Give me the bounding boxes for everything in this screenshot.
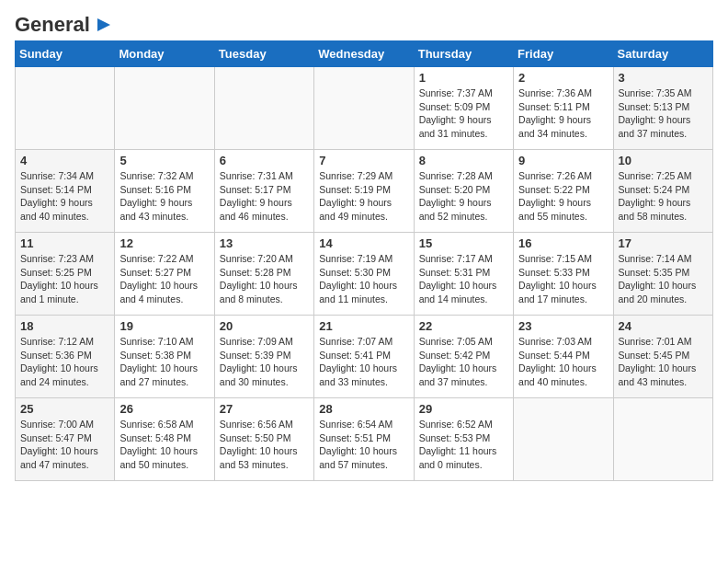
day-number: 23 [518,319,608,333]
calendar-cell: 12Sunrise: 7:22 AMSunset: 5:27 PMDayligh… [115,233,214,316]
calendar-cell: 28Sunrise: 6:54 AMSunset: 5:51 PMDayligh… [314,398,414,481]
day-info: Sunrise: 7:28 AMSunset: 5:20 PMDaylight:… [419,169,508,224]
calendar-cell: 3Sunrise: 7:35 AMSunset: 5:13 PMDaylight… [613,67,712,150]
day-info: Sunrise: 7:34 AMSunset: 5:14 PMDaylight:… [20,169,109,224]
calendar-cell: 5Sunrise: 7:32 AMSunset: 5:16 PMDaylight… [115,150,214,233]
day-number: 7 [319,154,408,167]
calendar-cell: 14Sunrise: 7:19 AMSunset: 5:30 PMDayligh… [314,233,414,316]
day-info: Sunrise: 7:17 AMSunset: 5:31 PMDaylight:… [419,252,508,306]
day-number: 4 [20,154,109,167]
calendar-cell: 2Sunrise: 7:36 AMSunset: 5:11 PMDaylight… [514,67,613,150]
calendar-cell [613,398,712,481]
day-number: 1 [419,71,508,85]
day-info: Sunrise: 7:36 AMSunset: 5:11 PMDaylight:… [518,86,608,141]
day-info: Sunrise: 7:20 AMSunset: 5:28 PMDaylight:… [220,252,309,306]
weekday-header-tuesday: Tuesday [214,41,313,67]
weekday-header-monday: Monday [115,41,214,67]
day-info: Sunrise: 7:14 AMSunset: 5:35 PMDaylight:… [619,252,708,306]
day-info: Sunrise: 7:10 AMSunset: 5:38 PMDaylight:… [119,335,209,389]
logo: General [15,15,112,31]
calendar-cell: 25Sunrise: 7:00 AMSunset: 5:47 PMDayligh… [16,398,115,481]
calendar-cell: 13Sunrise: 7:20 AMSunset: 5:28 PMDayligh… [214,233,313,316]
calendar-cell: 16Sunrise: 7:15 AMSunset: 5:33 PMDayligh… [514,233,613,316]
day-info: Sunrise: 6:56 AMSunset: 5:50 PMDaylight:… [220,418,309,472]
day-number: 2 [518,71,608,85]
day-info: Sunrise: 7:32 AMSunset: 5:16 PMDaylight:… [119,169,209,224]
calendar-cell: 7Sunrise: 7:29 AMSunset: 5:19 PMDaylight… [314,150,414,233]
day-info: Sunrise: 7:12 AMSunset: 5:36 PMDaylight:… [20,335,109,389]
day-number: 26 [119,402,209,416]
day-number: 25 [20,402,109,416]
day-number: 8 [419,154,508,167]
day-info: Sunrise: 7:25 AMSunset: 5:24 PMDaylight:… [619,169,708,224]
day-number: 24 [619,319,708,333]
weekday-header-saturday: Saturday [613,41,712,67]
calendar-cell [16,67,115,150]
day-number: 27 [220,402,309,416]
calendar-cell: 22Sunrise: 7:05 AMSunset: 5:42 PMDayligh… [414,316,513,398]
calendar-cell: 10Sunrise: 7:25 AMSunset: 5:24 PMDayligh… [613,150,712,233]
day-number: 17 [619,236,708,250]
day-info: Sunrise: 6:58 AMSunset: 5:48 PMDaylight:… [119,418,209,472]
calendar-cell: 21Sunrise: 7:07 AMSunset: 5:41 PMDayligh… [314,316,414,398]
calendar-cell: 15Sunrise: 7:17 AMSunset: 5:31 PMDayligh… [414,233,513,316]
day-info: Sunrise: 7:07 AMSunset: 5:41 PMDaylight:… [319,335,408,389]
day-info: Sunrise: 7:09 AMSunset: 5:39 PMDaylight:… [220,335,309,389]
day-number: 28 [319,402,408,416]
day-info: Sunrise: 7:05 AMSunset: 5:42 PMDaylight:… [419,335,508,389]
day-info: Sunrise: 7:26 AMSunset: 5:22 PMDaylight:… [518,169,608,224]
calendar-cell: 18Sunrise: 7:12 AMSunset: 5:36 PMDayligh… [16,316,115,398]
calendar-cell: 20Sunrise: 7:09 AMSunset: 5:39 PMDayligh… [214,316,313,398]
day-number: 16 [518,236,608,250]
day-info: Sunrise: 6:54 AMSunset: 5:51 PMDaylight:… [319,418,408,472]
day-number: 9 [518,154,608,167]
day-number: 3 [619,71,708,85]
day-number: 19 [119,319,209,333]
calendar-cell: 1Sunrise: 7:37 AMSunset: 5:09 PMDaylight… [414,67,513,150]
calendar-cell: 11Sunrise: 7:23 AMSunset: 5:25 PMDayligh… [16,233,115,316]
day-info: Sunrise: 7:22 AMSunset: 5:27 PMDaylight:… [119,252,209,306]
day-info: Sunrise: 7:00 AMSunset: 5:47 PMDaylight:… [20,418,109,472]
day-info: Sunrise: 7:03 AMSunset: 5:44 PMDaylight:… [518,335,608,389]
calendar-cell: 26Sunrise: 6:58 AMSunset: 5:48 PMDayligh… [115,398,214,481]
calendar-cell [514,398,613,481]
calendar-cell: 4Sunrise: 7:34 AMSunset: 5:14 PMDaylight… [16,150,115,233]
day-info: Sunrise: 7:29 AMSunset: 5:19 PMDaylight:… [319,169,408,224]
calendar-cell [314,67,414,150]
calendar-cell: 27Sunrise: 6:56 AMSunset: 5:50 PMDayligh… [214,398,313,481]
svg-marker-0 [97,18,110,31]
day-number: 21 [319,319,408,333]
day-number: 18 [20,319,109,333]
day-number: 13 [220,236,309,250]
day-info: Sunrise: 7:19 AMSunset: 5:30 PMDaylight:… [319,252,408,306]
day-info: Sunrise: 7:37 AMSunset: 5:09 PMDaylight:… [419,86,508,141]
weekday-header-friday: Friday [514,41,613,67]
logo-general: General [15,13,90,36]
day-number: 29 [419,402,508,416]
day-number: 5 [119,154,209,167]
day-number: 10 [619,154,708,167]
day-info: Sunrise: 7:23 AMSunset: 5:25 PMDaylight:… [20,252,109,306]
weekday-header-sunday: Sunday [16,41,115,67]
calendar-table: SundayMondayTuesdayWednesdayThursdayFrid… [15,40,713,481]
weekday-header-wednesday: Wednesday [314,41,414,67]
calendar-cell: 29Sunrise: 6:52 AMSunset: 5:53 PMDayligh… [414,398,513,481]
calendar-cell [115,67,214,150]
day-info: Sunrise: 7:01 AMSunset: 5:45 PMDaylight:… [619,335,708,389]
day-number: 15 [419,236,508,250]
header: General [15,15,713,31]
calendar-cell [214,67,313,150]
logo-icon [92,15,112,35]
calendar-cell: 9Sunrise: 7:26 AMSunset: 5:22 PMDaylight… [514,150,613,233]
calendar-cell: 6Sunrise: 7:31 AMSunset: 5:17 PMDaylight… [214,150,313,233]
calendar-cell: 24Sunrise: 7:01 AMSunset: 5:45 PMDayligh… [613,316,712,398]
day-info: Sunrise: 7:31 AMSunset: 5:17 PMDaylight:… [220,169,309,224]
day-number: 6 [220,154,309,167]
day-number: 22 [419,319,508,333]
day-number: 11 [20,236,109,250]
day-number: 12 [119,236,209,250]
day-info: Sunrise: 7:15 AMSunset: 5:33 PMDaylight:… [518,252,608,306]
day-info: Sunrise: 7:35 AMSunset: 5:13 PMDaylight:… [619,86,708,141]
day-info: Sunrise: 6:52 AMSunset: 5:53 PMDaylight:… [419,418,508,472]
calendar-cell: 8Sunrise: 7:28 AMSunset: 5:20 PMDaylight… [414,150,513,233]
